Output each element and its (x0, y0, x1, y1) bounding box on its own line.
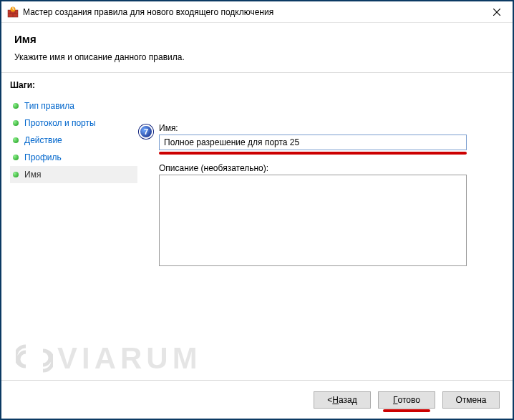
step-name[interactable]: Имя (10, 166, 137, 183)
bullet-icon (13, 120, 19, 126)
close-button[interactable] (480, 1, 513, 23)
step-label: Профиль (24, 152, 62, 162)
steps-title: Шаги: (10, 80, 137, 90)
wizard-footer: < Назад Готово Отмена (1, 380, 513, 419)
bullet-icon (13, 155, 19, 160)
wizard-main: 7 Имя: Описание (необязательно): (137, 73, 513, 380)
step-label: Действие (24, 135, 62, 145)
page-subtitle: Укажите имя и описание данного правила. (14, 52, 500, 62)
window-title: Мастер создания правила для нового входя… (23, 7, 273, 17)
titlebar: Мастер создания правила для нового входя… (1, 1, 513, 23)
step-rule-type[interactable]: Тип правила (10, 97, 137, 114)
step-action[interactable]: Действие (10, 132, 137, 149)
name-label: Имя: (159, 123, 484, 133)
name-input[interactable] (159, 135, 467, 150)
step-label: Имя (24, 170, 41, 180)
bullet-icon (13, 137, 19, 143)
description-label: Описание (необязательно): (159, 163, 484, 173)
cancel-label: Отмена (455, 395, 486, 405)
wizard-body: Шаги: Тип правила Протокол и порты Дейст… (1, 73, 513, 380)
step-profile[interactable]: Профиль (10, 149, 137, 166)
annotation-underline (159, 152, 467, 155)
wizard-header: Имя Укажите имя и описание данного прави… (1, 23, 513, 73)
back-prefix: < (327, 395, 332, 405)
wizard-window: Мастер создания правила для нового входя… (0, 0, 514, 420)
annotation-underline (383, 409, 430, 412)
steps-sidebar: Шаги: Тип правила Протокол и порты Дейст… (1, 73, 137, 380)
bullet-icon (13, 172, 19, 177)
back-button[interactable]: < Назад (314, 391, 371, 409)
step-label: Протокол и порты (24, 118, 96, 128)
bullet-icon (13, 103, 19, 109)
annotation-badge: 7 (139, 124, 153, 139)
finish-button[interactable]: Готово (378, 391, 435, 409)
description-textarea[interactable] (159, 175, 467, 266)
back-rest: азад (339, 395, 357, 405)
step-protocol-ports[interactable]: Протокол и порты (10, 114, 137, 132)
finish-rest: отово (398, 395, 420, 405)
cancel-button[interactable]: Отмена (442, 391, 500, 409)
page-title: Имя (14, 33, 500, 45)
firewall-icon (7, 6, 19, 18)
back-hotkey: Н (332, 395, 339, 405)
step-label: Тип правила (24, 101, 74, 111)
close-icon (493, 9, 500, 16)
